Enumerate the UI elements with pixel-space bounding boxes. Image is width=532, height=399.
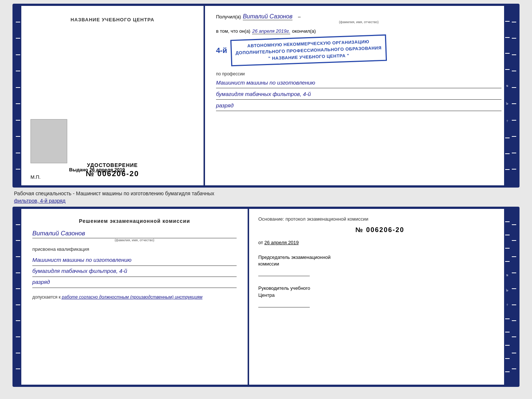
stamp-section: 4-й АВТОНОМНУЮ НЕКОММЕРЧЕСКУЮ ОРГАНИЗАЦИ… <box>216 37 502 64</box>
name-bottom: Виталий Сазонов <box>32 230 237 238</box>
protocol-date: от 26 апреля 2019 <box>258 240 502 245</box>
right-edge-deco-top <box>511 6 517 185</box>
specialty-line2: фильтров, 4-й разряд <box>12 198 520 204</box>
issued-label: Выдано <box>69 167 88 172</box>
org-name-top: НАЗВАНИЕ УЧЕБНОГО ЦЕНТРА <box>71 17 154 22</box>
recipient-hint: (фамилия, имя, отчество) <box>216 20 502 24</box>
received-prefix: Получил(а) <box>216 14 241 19</box>
photo-placeholder <box>30 119 67 163</box>
protocol-number: № 006206-20 <box>258 226 502 234</box>
bottom-certificate: Решением экзаменационной комиссии Витали… <box>12 207 520 387</box>
qual-line1: Машинист машины по изготовлению <box>32 255 237 266</box>
protocol-date-value: 26 апреля 2019 <box>265 240 299 245</box>
specialty-area: Рабочая специальность - Машинист машины … <box>12 190 520 204</box>
dopuskaetsya-section: допускается к работе согласно должностны… <box>32 295 237 300</box>
assigned-label: присвоена квалификация <box>32 246 237 252</box>
vtom-line: в том, что он(а) 26 апреля 2019г. окончи… <box>216 28 502 34</box>
director-label: Руководитель учебного Центра <box>258 285 502 298</box>
stamp-big: 4-й <box>216 46 227 55</box>
director-signature-line <box>258 300 310 307</box>
specialty-line1: Рабочая специальность - Машинист машины … <box>12 190 520 196</box>
issued-date: 26 апреля 2019 <box>89 167 125 172</box>
finished-label: окончил(а) <box>292 28 316 34</box>
right-decoration-bottom: и ,а ‹- <box>504 209 511 385</box>
prof-label: по профессии <box>216 71 245 76</box>
issued-info: Выдано 26 апреля 2019 <box>69 167 125 172</box>
chairman-block: Председатель экзаменационной комиссии <box>258 254 502 276</box>
cert-bottom-right-page: Основание: протокол экзаменационной коми… <box>249 209 511 385</box>
dopuskaetsya-prefix: допускается к <box>32 295 61 300</box>
qual-line3: разряд <box>32 277 237 288</box>
commission-title: Решением экзаменационной комиссии <box>32 218 237 224</box>
dopuskaetsya-value: работе согласно должностным (производств… <box>62 295 202 300</box>
left-decoration <box>15 6 21 185</box>
director-block: Руководитель учебного Центра <box>258 285 502 307</box>
mp-label: М.П. <box>30 174 40 180</box>
stamp-rect: АВТОНОМНУЮ НЕКОММЕРЧЕСКУЮ ОРГАНИЗАЦИЮ ДО… <box>230 35 387 67</box>
right-decoration-top: и ,а ‹- <box>504 6 511 185</box>
received-line: Получил(а) Виталий Сазонов – <box>216 13 502 20</box>
cert-bottom-left-page: Решением экзаменационной комиссии Витали… <box>21 209 249 385</box>
prof-line3: разряд <box>216 101 502 111</box>
left-decoration-bottom <box>15 209 21 385</box>
vtom-label: в том, что он(а) <box>216 28 250 34</box>
prof-line2: бумагидля табачных фильтров, 4-й <box>216 90 502 100</box>
qual-line2: бумагидля табачных фильтров, 4-й <box>32 266 237 277</box>
cert-right-page: Получил(а) Виталий Сазонов – (фамилия, и… <box>205 6 511 185</box>
vtom-date: 26 апреля 2019г. <box>252 28 290 34</box>
name-hint-bottom: (фамилия, имя, отчество) <box>32 238 237 242</box>
chairman-signature-line <box>258 269 310 276</box>
prof-section: по профессии Машинист машины по изготовл… <box>216 70 502 111</box>
qual-section: Машинист машины по изготовлению бумагидл… <box>32 255 237 288</box>
chairman-label: Председатель экзаменационной комиссии <box>258 254 502 267</box>
osnovaniye-label: Основание: протокол экзаменационной коми… <box>258 216 502 222</box>
cert-left-page: НАЗВАНИЕ УЧЕБНОГО ЦЕНТРА УДОСТОВЕРЕНИЕ №… <box>21 6 205 185</box>
right-edge-deco-bottom <box>511 209 517 385</box>
date-prefix: от <box>258 240 263 245</box>
prof-line1: Машинист машины по изготовлению <box>216 78 502 88</box>
top-certificate: НАЗВАНИЕ УЧЕБНОГО ЦЕНТРА УДОСТОВЕРЕНИЕ №… <box>12 4 520 188</box>
recipient-name: Виталий Сазонов <box>243 13 292 20</box>
